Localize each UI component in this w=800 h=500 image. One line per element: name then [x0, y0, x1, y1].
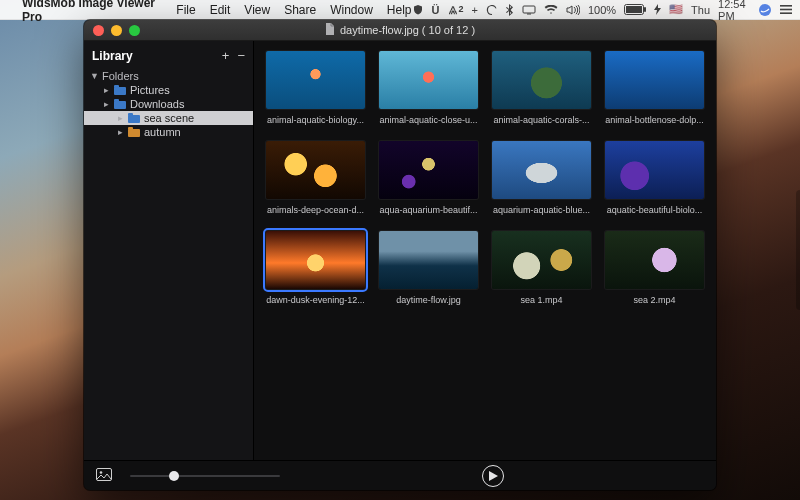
svg-rect-6	[780, 5, 792, 7]
status-battery-pct[interactable]: 100%	[588, 4, 616, 16]
thumbnail-image	[266, 141, 365, 199]
disclosure-triangle-icon[interactable]: ▸	[102, 85, 110, 95]
status-shield-icon[interactable]	[412, 4, 424, 16]
status-u-icon[interactable]: Ü	[432, 4, 440, 16]
thumbnail-image	[379, 141, 478, 199]
status-battery-icon[interactable]	[624, 4, 646, 15]
sidebar-folder-sea-scene[interactable]: ▸sea scene	[84, 111, 253, 125]
folder-tree: ▼ Folders ▸Pictures▸Downloads▸sea scene▸…	[84, 69, 253, 145]
thumbnail-caption: dawn-dusk-evening-12...	[266, 295, 365, 305]
window-title-text: daytime-flow.jpg ( 10 of 12 )	[340, 24, 475, 36]
app-window: daytime-flow.jpg ( 10 of 12 ) Library + …	[84, 20, 716, 490]
thumbnail-image	[605, 51, 704, 109]
slider-knob[interactable]	[169, 471, 179, 481]
menu-window[interactable]: Window	[330, 3, 373, 17]
thumbnail-caption: aquarium-aquatic-blue...	[493, 205, 590, 215]
thumbnail[interactable]: animals-deep-ocean-d...	[266, 141, 365, 215]
status-siri-icon[interactable]	[758, 3, 772, 17]
thumbnail[interactable]: aqua-aquarium-beautif...	[379, 141, 478, 215]
status-flag-icon[interactable]: 🇺🇸	[669, 3, 683, 16]
svg-rect-13	[128, 115, 140, 123]
status-sync-icon[interactable]	[486, 4, 498, 16]
disclosure-triangle-icon[interactable]: ▼	[90, 71, 98, 81]
status-charge-icon	[654, 4, 661, 15]
window-minimize-button[interactable]	[111, 25, 122, 36]
status-volume-icon[interactable]	[566, 5, 580, 15]
status-adobe-icon[interactable]: ⩓2	[448, 4, 464, 16]
thumbnail-image	[266, 231, 365, 289]
folder-icon	[128, 113, 140, 123]
status-display-icon[interactable]	[522, 5, 536, 15]
sidebar-folder-autumn[interactable]: ▸autumn	[84, 125, 253, 139]
thumbnail-caption: aqua-aquarium-beautif...	[379, 205, 477, 215]
window-titlebar[interactable]: daytime-flow.jpg ( 10 of 12 )	[84, 20, 716, 41]
sidebar-remove-button[interactable]: −	[237, 48, 245, 63]
thumbnail-image	[492, 141, 591, 199]
svg-rect-0	[523, 6, 535, 13]
thumbnail[interactable]: aquatic-beautiful-biolo...	[605, 141, 704, 215]
library-sidebar: Library + − ▼ Folders ▸Pictures▸Download…	[84, 41, 254, 460]
slideshow-play-button[interactable]	[482, 465, 504, 487]
thumbnail[interactable]: animal-aquatic-close-u...	[379, 51, 478, 125]
sidebar-add-button[interactable]: +	[222, 48, 230, 63]
svg-rect-15	[128, 129, 140, 137]
status-day[interactable]: Thu	[691, 4, 710, 16]
status-plus-icon[interactable]: +	[472, 4, 478, 16]
menu-share[interactable]: Share	[284, 3, 316, 17]
svg-rect-1	[527, 13, 531, 14]
sidebar-header: Library + −	[84, 41, 253, 69]
window-title: daytime-flow.jpg ( 10 of 12 )	[84, 23, 716, 37]
thumbnail[interactable]: animal-aquatic-corals-...	[492, 51, 591, 125]
svg-rect-9	[114, 87, 126, 95]
thumbnail-caption: sea 2.mp4	[633, 295, 675, 305]
window-close-button[interactable]	[93, 25, 104, 36]
status-bluetooth-icon[interactable]	[506, 4, 514, 16]
status-wifi-icon[interactable]	[544, 5, 558, 15]
menu-edit[interactable]: Edit	[210, 3, 231, 17]
svg-point-18	[100, 471, 103, 474]
window-footer	[84, 460, 716, 490]
thumbnail-image	[492, 231, 591, 289]
folder-label: sea scene	[144, 112, 194, 124]
thumbnail-image	[492, 51, 591, 109]
thumbnail-image	[379, 51, 478, 109]
svg-rect-10	[114, 85, 119, 88]
thumbnail-grid: animal-aquatic-biology...animal-aquatic-…	[266, 51, 704, 305]
thumbnail[interactable]: dawn-dusk-evening-12...	[266, 231, 365, 305]
status-time[interactable]: 12:54 PM	[718, 0, 750, 22]
sidebar-folder-Downloads[interactable]: ▸Downloads	[84, 97, 253, 111]
svg-rect-11	[114, 101, 126, 109]
disclosure-triangle-icon[interactable]: ▸	[116, 127, 124, 137]
thumbnail-mode-icon[interactable]	[96, 467, 112, 485]
menubar-status: Ü ⩓2 + 100% 🇺🇸 Thu 12:54 PM	[412, 0, 792, 22]
thumbnail-image	[605, 231, 704, 289]
folder-icon	[128, 127, 140, 137]
thumbnail[interactable]: daytime-flow.jpg	[379, 231, 478, 305]
thumbnail-caption: aquatic-beautiful-biolo...	[607, 205, 703, 215]
thumbnail[interactable]: sea 2.mp4	[605, 231, 704, 305]
thumbnail-caption: animal-aquatic-corals-...	[493, 115, 589, 125]
folder-icon	[114, 99, 126, 109]
thumbnail-image	[266, 51, 365, 109]
window-traffic-lights	[84, 25, 140, 36]
thumbnail-image	[379, 231, 478, 289]
disclosure-triangle-icon[interactable]: ▸	[102, 99, 110, 109]
menu-file[interactable]: File	[176, 3, 195, 17]
disclosure-triangle-icon[interactable]: ▸	[116, 113, 124, 123]
svg-rect-7	[780, 9, 792, 11]
thumbnail-caption: sea 1.mp4	[520, 295, 562, 305]
thumbnail-size-slider[interactable]	[130, 469, 280, 483]
sidebar-folder-Pictures[interactable]: ▸Pictures	[84, 83, 253, 97]
sidebar-heading: Library	[92, 49, 133, 63]
menu-help[interactable]: Help	[387, 3, 412, 17]
menu-view[interactable]: View	[244, 3, 270, 17]
thumbnail-caption: animal-aquatic-biology...	[267, 115, 364, 125]
status-notifications-icon[interactable]	[780, 4, 792, 15]
thumbnail[interactable]: sea 1.mp4	[492, 231, 591, 305]
thumbnail-caption: animals-deep-ocean-d...	[267, 205, 364, 215]
tree-section-folders[interactable]: ▼ Folders	[84, 69, 253, 83]
thumbnail[interactable]: animal-aquatic-biology...	[266, 51, 365, 125]
thumbnail[interactable]: animal-bottlenose-dolp...	[605, 51, 704, 125]
window-maximize-button[interactable]	[129, 25, 140, 36]
thumbnail[interactable]: aquarium-aquatic-blue...	[492, 141, 591, 215]
